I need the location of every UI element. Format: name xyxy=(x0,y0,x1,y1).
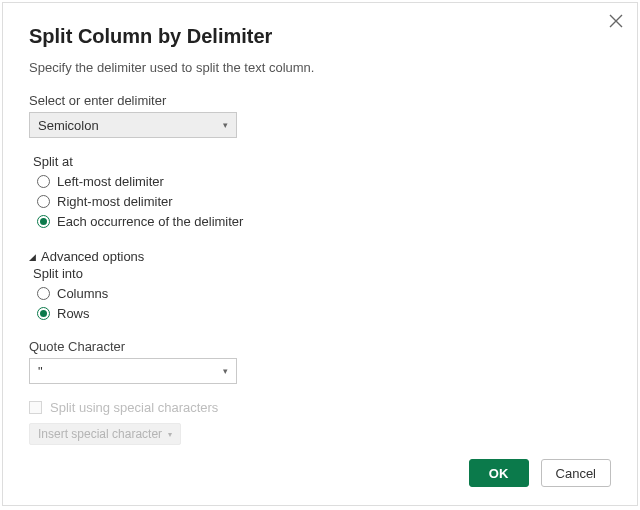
split-special-label: Split using special characters xyxy=(50,400,218,415)
radio-icon xyxy=(37,215,50,228)
radio-left-most[interactable]: Left-most delimiter xyxy=(37,174,611,189)
split-column-dialog: Split Column by Delimiter Specify the de… xyxy=(2,2,638,506)
triangle-down-icon: ◢ xyxy=(29,252,37,262)
delimiter-label: Select or enter delimiter xyxy=(29,93,611,108)
insert-special-character-button: Insert special character ▾ xyxy=(29,423,181,445)
ok-button[interactable]: OK xyxy=(469,459,529,487)
radio-icon xyxy=(37,287,50,300)
split-at-label: Split at xyxy=(33,154,611,169)
cancel-button[interactable]: Cancel xyxy=(541,459,611,487)
radio-columns[interactable]: Columns xyxy=(37,286,611,301)
radio-label: Left-most delimiter xyxy=(57,174,164,189)
radio-rows[interactable]: Rows xyxy=(37,306,611,321)
advanced-options-toggle[interactable]: ◢ Advanced options xyxy=(29,249,611,264)
dialog-subtitle: Specify the delimiter used to split the … xyxy=(29,60,611,75)
checkbox-icon[interactable] xyxy=(29,401,42,414)
radio-label: Columns xyxy=(57,286,108,301)
quote-character-label: Quote Character xyxy=(29,339,611,354)
radio-icon xyxy=(37,195,50,208)
delimiter-value: Semicolon xyxy=(38,118,99,133)
delimiter-select[interactable]: Semicolon ▾ xyxy=(29,112,237,138)
close-icon[interactable] xyxy=(609,13,623,31)
radio-icon xyxy=(37,307,50,320)
insert-special-label: Insert special character xyxy=(38,427,162,441)
split-at-group: Left-most delimiter Right-most delimiter… xyxy=(33,174,611,229)
quote-character-value: " xyxy=(38,364,43,379)
quote-character-select[interactable]: " ▾ xyxy=(29,358,237,384)
chevron-down-icon: ▾ xyxy=(168,430,172,439)
radio-right-most[interactable]: Right-most delimiter xyxy=(37,194,611,209)
dialog-title: Split Column by Delimiter xyxy=(29,25,611,48)
radio-each-occurrence[interactable]: Each occurrence of the delimiter xyxy=(37,214,611,229)
chevron-down-icon: ▾ xyxy=(223,120,228,130)
split-into-label: Split into xyxy=(33,266,611,281)
radio-icon xyxy=(37,175,50,188)
split-into-group: Columns Rows xyxy=(33,286,611,321)
advanced-options-label: Advanced options xyxy=(41,249,144,264)
radio-label: Each occurrence of the delimiter xyxy=(57,214,243,229)
chevron-down-icon: ▾ xyxy=(223,366,228,376)
dialog-button-row: OK Cancel xyxy=(469,459,611,487)
radio-label: Rows xyxy=(57,306,90,321)
split-special-checkbox-row: Split using special characters xyxy=(29,400,611,415)
radio-label: Right-most delimiter xyxy=(57,194,173,209)
